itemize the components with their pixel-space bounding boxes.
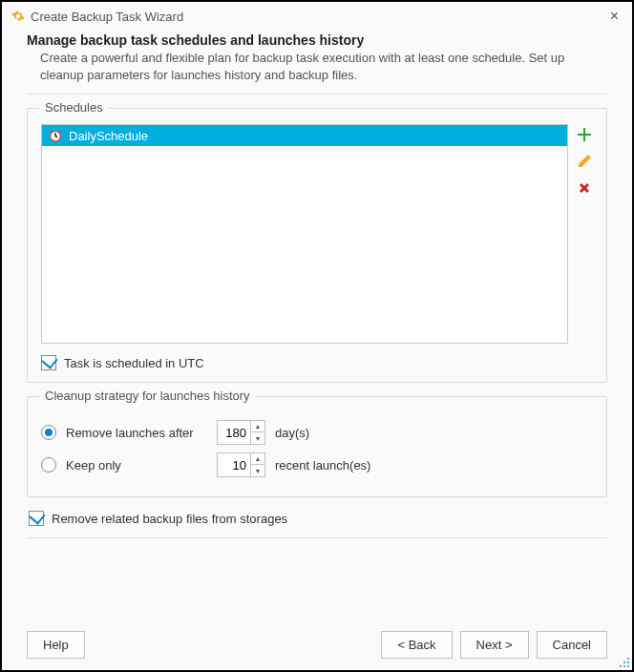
- spinner-down-icon[interactable]: ▼: [251, 432, 264, 444]
- cancel-button[interactable]: Cancel: [537, 631, 607, 659]
- svg-point-4: [620, 665, 622, 667]
- divider: [27, 94, 607, 94]
- next-button[interactable]: Next >: [460, 631, 529, 659]
- window-title: Create Backup Task Wizard: [31, 10, 183, 24]
- edit-schedule-button[interactable]: [576, 153, 593, 170]
- remove-after-radio[interactable]: [41, 425, 56, 440]
- back-button[interactable]: < Back: [381, 631, 452, 659]
- schedules-listbox[interactable]: DailySchedule: [41, 124, 568, 344]
- add-schedule-button[interactable]: [576, 126, 593, 143]
- utc-checkbox[interactable]: [41, 355, 56, 370]
- wizard-window: Create Backup Task Wizard × Manage backu…: [0, 0, 634, 672]
- keep-only-unit: recent launch(es): [275, 458, 370, 472]
- help-button[interactable]: Help: [27, 631, 85, 659]
- svg-point-3: [627, 662, 629, 663]
- remove-after-spinner[interactable]: ▲ ▼: [217, 420, 265, 445]
- page-description: Create a powerful and flexible plan for …: [27, 50, 607, 84]
- remove-files-checkbox[interactable]: [29, 511, 44, 526]
- alarm-clock-icon: [48, 128, 63, 143]
- resize-grip-icon[interactable]: [619, 657, 630, 668]
- remove-after-unit: day(s): [275, 426, 309, 440]
- remove-after-input[interactable]: [218, 421, 250, 444]
- spinner-up-icon[interactable]: ▲: [251, 453, 264, 465]
- close-button[interactable]: ×: [606, 8, 623, 25]
- footer: Help < Back Next > Cancel: [2, 631, 632, 670]
- spinner-up-icon[interactable]: ▲: [251, 421, 264, 432]
- gear-icon: [11, 10, 25, 23]
- svg-point-5: [623, 665, 625, 667]
- keep-only-input[interactable]: [218, 453, 250, 476]
- spinner-down-icon[interactable]: ▼: [251, 465, 264, 476]
- divider: [27, 537, 607, 538]
- keep-only-radio[interactable]: [41, 457, 56, 472]
- svg-point-2: [623, 662, 625, 663]
- content-area: Manage backup task schedules and launche…: [2, 31, 632, 631]
- keep-only-spinner[interactable]: ▲ ▼: [217, 452, 265, 477]
- delete-schedule-button[interactable]: [576, 179, 593, 197]
- remove-files-label: Remove related backup files from storage…: [52, 512, 287, 526]
- svg-point-6: [627, 665, 629, 667]
- schedules-legend: Schedules: [39, 100, 109, 115]
- page-heading: Manage backup task schedules and launche…: [27, 32, 607, 48]
- cleanup-legend: Cleanup strategy for launches history: [39, 388, 256, 403]
- schedules-fieldset: Schedules DailySchedule: [27, 108, 607, 383]
- keep-only-label: Keep only: [66, 458, 207, 472]
- utc-label: Task is scheduled in UTC: [64, 356, 204, 370]
- remove-after-label: Remove launches after: [66, 426, 207, 440]
- titlebar: Create Backup Task Wizard ×: [2, 2, 632, 31]
- schedule-item[interactable]: DailySchedule: [42, 125, 567, 146]
- svg-point-1: [627, 658, 629, 660]
- schedule-item-label: DailySchedule: [69, 129, 148, 143]
- cleanup-fieldset: Cleanup strategy for launches history Re…: [27, 396, 607, 497]
